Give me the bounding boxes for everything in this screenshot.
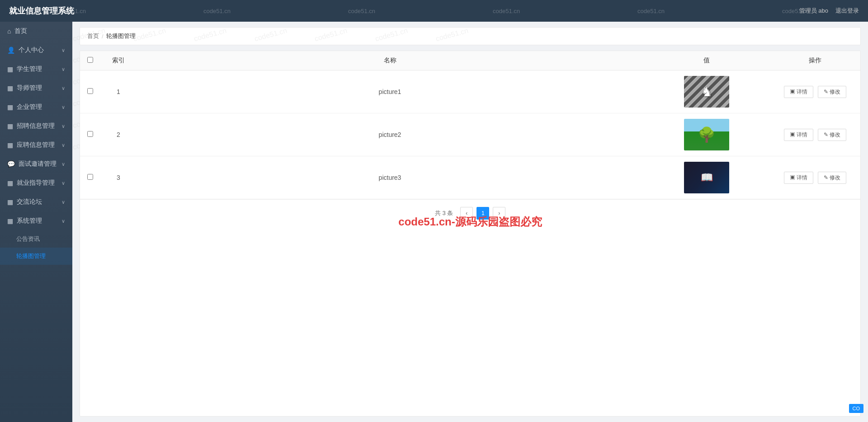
sidebar-item-forum[interactable]: ▦ 交流论坛 ∨ [0, 192, 72, 211]
chevron-down-icon: ∨ [61, 47, 65, 53]
row-2-image [643, 113, 770, 156]
sidebar: ⌂ 首页 👤 个人中心 ∨ ▦ 学生管理 ∨ ▦ 导师管理 ∨ ▦ 企业管理 ∨… [0, 22, 72, 422]
user-label: 管理员 abo [799, 7, 828, 15]
chevron-down-icon-recruit: ∨ [61, 123, 65, 129]
sidebar-item-guidance-label: 就业指导管理 [17, 179, 55, 187]
pagination-prev[interactable]: ‹ [460, 207, 473, 220]
grid-icon-system: ▦ [7, 217, 13, 225]
chevron-down-icon-guidance: ∨ [61, 180, 65, 186]
row-3-actions: ▣ 详情 ✎ 修改 [770, 156, 860, 199]
row-1-checkbox[interactable] [87, 88, 93, 94]
chevron-down-icon-system: ∨ [61, 218, 65, 224]
book-image: 📖 [684, 162, 729, 193]
sidebar-item-recruit[interactable]: ▦ 招聘信息管理 ∨ [0, 117, 72, 136]
home-icon: ⌂ [7, 28, 11, 35]
sidebar-item-home-label: 首页 [14, 27, 27, 35]
sidebar-sub-notice-label: 公告资讯 [16, 235, 40, 243]
pagination-total: 共 3 条 [435, 209, 453, 217]
grid-icon-guidance: ▦ [7, 179, 13, 187]
breadcrumb-separator: / [102, 33, 104, 40]
grid-icon-recruit: ▦ [7, 122, 13, 130]
chevron-down-icon-forum: ∨ [61, 199, 65, 205]
row-3-index: 3 [100, 156, 137, 199]
header-right: 管理员 abo 退出登录 [799, 7, 859, 15]
table-row: 2 picture2 ▣ 详情 ✎ 修改 [80, 113, 860, 156]
header-watermark-3: code51.cn [348, 8, 375, 14]
sidebar-item-personal-label: 个人中心 [19, 46, 44, 54]
header-watermark-4: code51.cn [493, 8, 520, 14]
sidebar-item-teacher[interactable]: ▦ 导师管理 ∨ [0, 79, 72, 98]
sidebar-sub-carousel[interactable]: 轮播图管理 [0, 248, 72, 265]
grid-icon-forum: ▦ [7, 198, 13, 206]
sidebar-item-home[interactable]: ⌂ 首页 [0, 22, 72, 41]
person-icon: 👤 [7, 47, 15, 54]
header-watermark-5: code51.cn [637, 8, 665, 14]
garden-image [684, 119, 729, 150]
sidebar-item-apply[interactable]: ▦ 应聘信息管理 ∨ [0, 136, 72, 155]
chevron-down-icon-student: ∨ [61, 66, 65, 72]
chat-icon: 💬 [7, 160, 15, 168]
sidebar-item-interview[interactable]: 💬 面试邀请管理 ∨ [0, 155, 72, 173]
sidebar-item-student[interactable]: ▦ 学生管理 ∨ [0, 60, 72, 79]
row-3-name: picture3 [137, 156, 643, 199]
sidebar-item-student-label: 学生管理 [17, 65, 42, 73]
chevron-down-icon-company: ∨ [61, 104, 65, 110]
header: 就业信息管理系统 code51.cn code51.cn code51.cn c… [0, 0, 868, 22]
row-1-index: 1 [100, 70, 137, 113]
row-1-image: ♞ [643, 70, 770, 113]
row-2-name: picture2 [137, 113, 643, 156]
row-3-checkbox[interactable] [87, 174, 93, 180]
sidebar-item-personal[interactable]: 👤 个人中心 ∨ [0, 41, 72, 60]
row-3-detail-button[interactable]: ▣ 详情 [784, 172, 813, 184]
header-watermarks: code51.cn code51.cn code51.cn code51.cn … [0, 0, 868, 22]
sidebar-item-system[interactable]: ▦ 系统管理 ∨ [0, 211, 72, 230]
sidebar-item-company-label: 企业管理 [17, 103, 42, 111]
row-2-checkbox[interactable] [87, 131, 93, 137]
table-row: 3 picture3 📖 ▣ 详情 ✎ 修改 [80, 156, 860, 199]
grid-icon: ▦ [7, 66, 13, 73]
edit-icon: ✎ [824, 89, 828, 95]
chevron-down-icon-interview: ∨ [61, 161, 65, 167]
header-watermark-2: code51.cn [203, 8, 231, 14]
row-1-detail-button[interactable]: ▣ 详情 [784, 86, 813, 98]
sidebar-item-company[interactable]: ▦ 企业管理 ∨ [0, 98, 72, 117]
detail-icon-2: ▣ [790, 131, 795, 138]
breadcrumb: 首页 / 轮播图管理 [80, 27, 861, 45]
pagination: 共 3 条 ‹ 1 › [80, 199, 860, 227]
col-action: 操作 [770, 51, 860, 70]
pagination-page-1[interactable]: 1 [476, 207, 489, 220]
sidebar-item-interview-label: 面试邀请管理 [19, 160, 57, 168]
grid-icon-teacher: ▦ [7, 84, 13, 92]
col-name: 名称 [137, 51, 643, 70]
sidebar-item-teacher-label: 导师管理 [17, 84, 42, 92]
row-1-edit-button[interactable]: ✎ 修改 [818, 86, 846, 98]
sidebar-sub-notice[interactable]: 公告资讯 [0, 230, 72, 248]
breadcrumb-home[interactable]: 首页 [87, 32, 99, 40]
sidebar-item-system-label: 系统管理 [17, 217, 42, 225]
logout-button[interactable]: 退出登录 [835, 7, 859, 15]
chevron-down-icon-teacher: ∨ [61, 85, 65, 91]
app-title: 就业信息管理系统 [9, 5, 74, 16]
detail-icon: ▣ [790, 89, 795, 95]
chevron-down-icon-apply: ∨ [61, 142, 65, 148]
grid-icon-company: ▦ [7, 103, 13, 111]
select-all-checkbox[interactable] [87, 57, 93, 63]
row-1-name: picture1 [137, 70, 643, 113]
col-value: 值 [643, 51, 770, 70]
table-container: 索引 名称 值 操作 1 picture1 [80, 51, 861, 417]
edit-icon-2: ✎ [824, 131, 828, 138]
sidebar-item-guidance[interactable]: ▦ 就业指导管理 ∨ [0, 173, 72, 192]
sidebar-sub-carousel-label: 轮播图管理 [16, 252, 46, 260]
bottom-badge: CO [849, 404, 864, 413]
sidebar-item-recruit-label: 招聘信息管理 [17, 122, 55, 130]
breadcrumb-current: 轮播图管理 [106, 32, 136, 40]
detail-icon-3: ▣ [790, 174, 795, 181]
grid-icon-apply: ▦ [7, 141, 13, 149]
row-2-detail-button[interactable]: ▣ 详情 [784, 129, 813, 141]
row-2-edit-button[interactable]: ✎ 修改 [818, 129, 846, 141]
row-3-edit-button[interactable]: ✎ 修改 [818, 172, 846, 184]
edit-icon-3: ✎ [824, 174, 828, 181]
carousel-table: 索引 名称 值 操作 1 picture1 [80, 51, 860, 199]
pagination-next[interactable]: › [493, 207, 505, 220]
row-3-image: 📖 [643, 156, 770, 199]
